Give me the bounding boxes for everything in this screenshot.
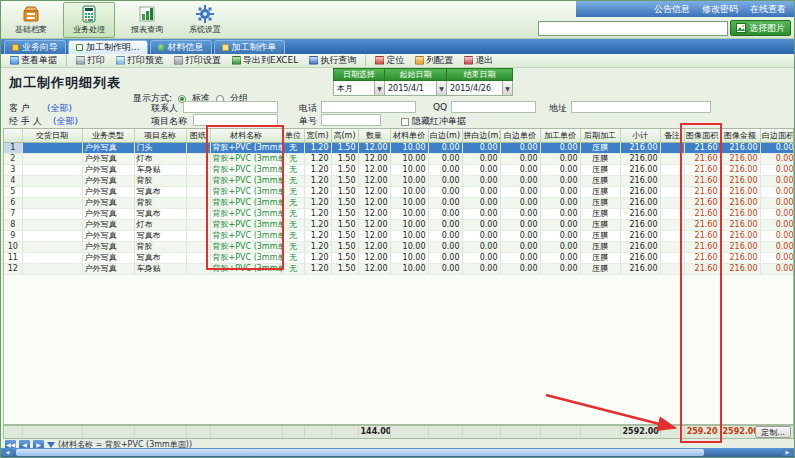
grid-cell: 灯布 (134, 153, 186, 164)
handler-all-link[interactable]: (全部) (53, 115, 78, 128)
link-announcements[interactable]: 公告信息 (654, 3, 690, 16)
customer-all-link[interactable]: (全部) (47, 102, 72, 115)
project-label: 项目名称 (151, 115, 187, 128)
address-input[interactable] (571, 101, 711, 113)
date-select-header[interactable]: 日期选择 (333, 68, 385, 81)
exit-button[interactable]: 退出 (459, 52, 498, 69)
run-query-button[interactable]: 执行查询 (304, 52, 361, 69)
column-header[interactable]: 白边面积 (760, 129, 794, 142)
grid-row[interactable]: 2户外写真灯布背胶+PVC (3mm单面)无1.201.5012.0010.00… (4, 153, 794, 164)
grid-row[interactable]: 8户外写真灯布背胶+PVC (3mm单面)无1.201.5012.0010.00… (4, 219, 794, 230)
grid-cell (186, 164, 210, 175)
period-select[interactable]: 本月▼ (333, 81, 385, 96)
grid-cell: 12.00 (358, 197, 390, 208)
column-header[interactable]: 白边(m) (428, 129, 462, 142)
column-header[interactable]: 材料单价 (390, 129, 428, 142)
link-online-view[interactable]: 在线查看 (750, 3, 786, 16)
grid-cell: 1.20 (304, 153, 331, 164)
column-header[interactable]: 图纸 (186, 129, 210, 142)
column-header[interactable]: 图像金额 (720, 129, 760, 142)
column-header[interactable]: 小计 (620, 129, 660, 142)
scroll-right-icon[interactable]: ▶ (782, 449, 793, 456)
end-date-select[interactable]: 2015/4/26▼ (447, 81, 513, 96)
grid-cell: 1.50 (331, 197, 358, 208)
column-config-button[interactable]: 列配置 (410, 52, 458, 69)
grid-cell: 216.00 (720, 241, 760, 252)
sheet-icon (76, 44, 83, 51)
column-header[interactable]: 白边单价 (500, 129, 540, 142)
grid-cell: 216.00 (720, 164, 760, 175)
column-header[interactable] (4, 129, 22, 142)
column-header[interactable]: 交货日期 (22, 129, 82, 142)
qq-input[interactable] (451, 101, 536, 113)
column-header[interactable]: 业务类型 (82, 129, 134, 142)
module-report-query[interactable]: 报表查询 (121, 2, 173, 38)
scroll-left-icon[interactable]: ◀ (2, 449, 13, 456)
print-button[interactable]: 打印 (71, 52, 110, 69)
column-header[interactable]: 单位 (282, 129, 304, 142)
hide-red-checkbox[interactable]: 隐藏红冲单据 (401, 115, 466, 128)
column-header[interactable]: 加工单价 (540, 129, 580, 142)
customize-button[interactable]: 定制... (755, 426, 791, 438)
grid-cell (186, 263, 210, 274)
start-date-select[interactable]: 2015/4/1▼ (385, 81, 447, 96)
module-basic-archive[interactable]: 基础档案 (5, 2, 57, 38)
column-header[interactable]: 备注 (660, 129, 684, 142)
export-excel-button[interactable]: 导出到EXCEL (227, 52, 303, 69)
grid-cell (660, 164, 684, 175)
column-header[interactable]: 数量 (358, 129, 390, 142)
grid-cell: 0.00 (540, 175, 580, 186)
contact-label: 联系人 (151, 102, 178, 115)
grid-cell: 21.60 (684, 263, 720, 274)
grid-row[interactable]: 11户外写真写真布背胶+PVC (3mm单面)无1.201.5012.0010.… (4, 252, 794, 263)
contact-input[interactable] (183, 101, 278, 113)
print-settings-button[interactable]: 打印设置 (169, 52, 226, 69)
grid-row[interactable]: 6户外写真背胶背胶+PVC (3mm单面)无1.201.5012.0010.00… (4, 197, 794, 208)
chevron-down-icon[interactable]: ▼ (436, 81, 446, 95)
horizontal-scrollbar[interactable]: ◀ ▶ (1, 448, 794, 457)
view-document-button[interactable]: 查看单据 (5, 52, 62, 69)
grid-cell: 0.00 (500, 164, 540, 175)
grid-cell: 12 (4, 263, 22, 274)
image-search-input[interactable] (538, 21, 728, 36)
grid-row[interactable]: 3户外写真车身贴背胶+PVC (3mm单面)无1.201.5012.0010.0… (4, 164, 794, 175)
grid-row[interactable]: 7户外写真写真布背胶+PVC (3mm单面)无1.201.5012.0010.0… (4, 208, 794, 219)
module-business-processing[interactable]: 业务处理 (63, 2, 115, 38)
magnifier-icon (309, 56, 318, 65)
module-system-settings[interactable]: 系统设置 (179, 2, 231, 38)
column-header[interactable]: 后期加工 (580, 129, 620, 142)
locate-button[interactable]: 定位 (370, 52, 409, 69)
column-header[interactable]: 宽(m) (304, 129, 331, 142)
column-header[interactable]: 材料名称 (210, 129, 282, 142)
chevron-down-icon[interactable]: ▼ (502, 81, 512, 95)
grid-row[interactable]: 1户外写真门头背胶+PVC (3mm单面)无1.201.5012.0010.00… (4, 142, 794, 153)
column-header[interactable]: 图像面积 (684, 129, 720, 142)
scrollbar-thumb[interactable] (16, 449, 704, 456)
print-preview-button[interactable]: 打印预览 (111, 52, 168, 69)
grid-row[interactable]: 9户外写真写真布背胶+PVC (3mm单面)无1.201.5012.0010.0… (4, 230, 794, 241)
end-date-header[interactable]: 结束日期 (447, 68, 513, 81)
project-input[interactable] (193, 114, 278, 126)
grid-row[interactable]: 4户外写真背胶背胶+PVC (3mm单面)无1.201.5012.0010.00… (4, 175, 794, 186)
grid-row[interactable]: 5户外写真写真布背胶+PVC (3mm单面)无1.201.5012.0010.0… (4, 186, 794, 197)
module-buttons: 基础档案 业务处理 报表查询 系统设置 (5, 2, 231, 38)
grid-row[interactable]: 12户外写真车身贴背胶+PVC (3mm单面)无1.201.5012.0010.… (4, 263, 794, 274)
grid-cell: 0.00 (428, 164, 462, 175)
grid-cell: 0.00 (540, 219, 580, 230)
column-header[interactable]: 拼白边(m) (462, 129, 500, 142)
chevron-down-icon[interactable]: ▼ (374, 81, 384, 95)
phone-input[interactable] (321, 101, 416, 113)
orderno-input[interactable] (321, 114, 381, 126)
pick-image-button[interactable]: 选择图片 (730, 20, 791, 36)
grid-cell: 压膜 (580, 241, 620, 252)
column-header[interactable]: 项目名称 (134, 129, 186, 142)
grid-cell: 1.20 (304, 252, 331, 263)
grid-row[interactable]: 10户外写真背胶背胶+PVC (3mm单面)无1.201.5012.0010.0… (4, 241, 794, 252)
start-date-header[interactable]: 起始日期 (385, 68, 447, 81)
grid-cell: 无 (282, 208, 304, 219)
column-header[interactable]: 高(m) (331, 129, 358, 142)
link-change-password[interactable]: 修改密码 (702, 3, 738, 16)
grid-cell: 压膜 (580, 175, 620, 186)
app-window: 基础档案 业务处理 报表查询 系统设置 公告信息 修改密码 在线查看 (0, 0, 795, 458)
grid-cell: 门头 (134, 142, 186, 153)
